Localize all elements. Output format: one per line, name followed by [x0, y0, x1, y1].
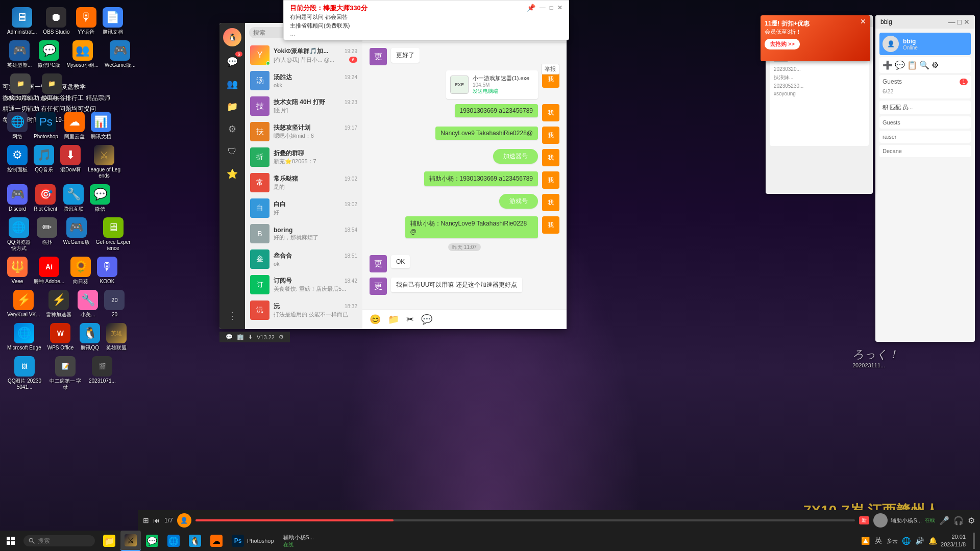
icon-qqbrowser[interactable]: 🌐 QQ浏览器快方式: [5, 215, 33, 254]
tray-network[interactable]: 🌐: [901, 536, 911, 546]
taskbar-fuzhuxiaoyang[interactable]: 辅助小杨S... 在线: [279, 531, 318, 551]
icon-verykuai[interactable]: ⚡ VeryKuai VK...: [5, 288, 42, 320]
notif-pin-icon[interactable]: 📌: [527, 4, 535, 12]
icon-yxlm[interactable]: 英雄 英雄联盟: [104, 321, 129, 353]
chat-messages-area[interactable]: 更 更好了 我 EXE: [362, 43, 567, 309]
icon-hundown[interactable]: ⬇ 混Dow啊: [58, 143, 83, 181]
icon-kook[interactable]: 🎙 KOOK: [95, 255, 119, 287]
icon-linpu[interactable]: ✏ 临扑: [35, 215, 59, 254]
icon-jiasuda[interactable]: ⚡ 雷神加速器: [44, 288, 74, 320]
rp-add-user-icon[interactable]: ➕: [883, 60, 893, 70]
icon-network[interactable]: 🌐 网络: [5, 110, 30, 142]
right-panel-close[interactable]: ✕: [964, 18, 970, 26]
qq-bottom-icon3[interactable]: ⬇: [248, 334, 253, 340]
qq-sidebar-shield[interactable]: 🛡: [223, 142, 241, 161]
icon-ctrl[interactable]: ⚙ 控制面板: [5, 143, 30, 181]
icon-ps[interactable]: Ps Photoshop: [32, 110, 60, 142]
notif-more-icon[interactable]: …: [290, 31, 562, 37]
report-btn[interactable]: 举报: [541, 64, 559, 74]
taskbar-clock[interactable]: 20:01 2023/11/8: [941, 533, 968, 549]
taskbar-lol[interactable]: ⚔: [120, 531, 141, 551]
rp-list-icon[interactable]: 📋: [907, 60, 917, 70]
icon-yy[interactable]: 🎙 YY语音: [74, 5, 99, 37]
icon-txwj2[interactable]: 📊 腾讯文档: [89, 110, 113, 142]
qq-bottom-icon1[interactable]: 💬: [226, 334, 233, 340]
contact-yuan[interactable]: 沅 沅 18:32 打法是通用的 技能不一样而已: [245, 297, 362, 323]
qq-sidebar-chat[interactable]: 💬 6: [223, 53, 241, 71]
contact-zheda[interactable]: 折 折叠的群聊 新充⭐82065：7: [245, 144, 362, 170]
icon-wegame2[interactable]: 🎮 WeGame版: [61, 215, 92, 254]
qq-sidebar-folder[interactable]: 📁: [223, 97, 241, 116]
icon-rec3[interactable]: 🎬 20231071...: [87, 354, 118, 392]
player-prev-icon[interactable]: ⏮: [153, 516, 160, 524]
icon-geforce[interactable]: 🖥 GeForce Experience: [94, 215, 133, 254]
emoji-icon[interactable]: 😊: [370, 314, 381, 325]
taskbar-file-explorer[interactable]: 📁: [99, 531, 119, 551]
file-action[interactable]: 发送电脑端: [473, 88, 534, 95]
contact-fuzi[interactable]: 扶 扶慈攻坚计划 19:17 嗯嗯小姐mid：6: [245, 119, 362, 144]
qq-settings-icon[interactable]: ⚙: [279, 334, 284, 340]
taskbar-qq[interactable]: 🐧: [185, 531, 205, 551]
icon-weixin2[interactable]: 💬 微信: [88, 182, 112, 214]
tray-keyboard[interactable]: 英: [873, 536, 884, 546]
scissors-icon[interactable]: ✂: [406, 314, 414, 325]
tray-notification[interactable]: 🔔: [927, 536, 938, 546]
icon-qqmusic[interactable]: 🎵 QQ音乐: [32, 143, 56, 181]
icon-date[interactable]: 20 20: [102, 288, 127, 320]
player-settings-icon[interactable]: ⚙: [968, 516, 975, 525]
icon-riotclient[interactable]: 🎯 Riot Client: [32, 182, 59, 214]
taskbar-search[interactable]: [23, 535, 95, 546]
qq-sidebar-more[interactable]: ⋮: [223, 307, 241, 325]
icon-erbing[interactable]: 📝 中二病第一 字母: [46, 354, 85, 392]
contact-dingyuehao[interactable]: 订 订阅号 18:42 美食餐饮: 重磅！店庆最后5...: [245, 272, 362, 297]
ad-close-btn[interactable]: ✕: [860, 17, 866, 26]
icon-veee[interactable]: 🔱 Veee: [5, 255, 30, 287]
icon-discord[interactable]: 🎮 Discord: [5, 182, 30, 214]
qq-bottom-icon2[interactable]: 🏢: [237, 334, 244, 340]
icon-txqq[interactable]: 🐧 腾讯QQ: [78, 321, 102, 353]
icon-msedge[interactable]: 🌐 Microsoft Edge: [5, 321, 43, 353]
notif-max-btn[interactable]: □: [550, 4, 553, 11]
qq-sidebar-settings[interactable]: ⚙: [223, 120, 241, 138]
contact-canzuhe[interactable]: 叁 叁合合 18:51 ok: [245, 246, 362, 272]
icon-alyun[interactable]: ☁ 阿里云盘: [62, 110, 87, 142]
icon-wechat[interactable]: 💬 微信PC版: [36, 38, 62, 70]
qq-sidebar-contacts[interactable]: 👥: [223, 75, 241, 93]
chat-bubble-icon[interactable]: 💬: [421, 314, 432, 325]
contact-changlezhuzhu[interactable]: 常 常乐哒猪 19:02 是的: [245, 170, 362, 195]
qq-sidebar-star[interactable]: ⭐: [223, 165, 241, 183]
rp-search-icon[interactable]: 🔍: [919, 60, 929, 70]
contact-tangshengda[interactable]: 汤 汤胜达 19:24 okk: [245, 68, 362, 93]
right-panel-max[interactable]: □: [958, 18, 962, 26]
icon-txwj[interactable]: 📄 腾讯文档: [101, 5, 125, 37]
file-send-icon[interactable]: 📁: [388, 314, 399, 325]
ad-banner[interactable]: ✕ 11遷! 折扣+优惠 会员低至3折！ 去抢购 >>: [761, 15, 870, 61]
right-panel-min[interactable]: —: [948, 18, 955, 26]
contact-baibai[interactable]: 白 白白 19:02 好: [245, 195, 362, 221]
contact-yoki[interactable]: Y Yoki⊙派单群🎵加... 19:29 [有人@我] 昔日小... @...…: [245, 42, 362, 68]
start-button[interactable]: [0, 531, 21, 551]
notif-close-btn[interactable]: ✕: [557, 4, 562, 11]
player-headset-icon[interactable]: 🎧: [953, 516, 964, 525]
ad-btn[interactable]: 去抢购 >>: [765, 39, 800, 49]
icon-yxbx[interactable]: 🎮 英雄型塑...: [5, 38, 34, 70]
tray-extra1[interactable]: 🔼: [860, 536, 870, 546]
qq-avatar[interactable]: 🐧: [223, 28, 241, 46]
icon-obs[interactable]: ⏺ OBS Studio: [41, 5, 71, 37]
player-grid-icon[interactable]: ⊞: [143, 516, 149, 524]
taskbar-photoshop[interactable]: Ps Photoshop: [228, 531, 278, 551]
notif-minimize-btn[interactable]: —: [540, 4, 546, 11]
taskbar-edge[interactable]: 🌐: [163, 531, 184, 551]
icon-adobe[interactable]: Ai 腾神 Adobe...: [32, 255, 66, 287]
icon-qqpic[interactable]: 🖼 QQ图片 202305041...: [5, 354, 44, 392]
icon-xiaomei[interactable]: 🔧 小美...: [76, 288, 100, 320]
rp-settings-icon[interactable]: ⚙: [932, 60, 939, 70]
icon-rijishu[interactable]: 🌻 向日葵: [68, 255, 93, 287]
icon-rec1[interactable]: 📁 20230718...: [5, 71, 36, 104]
icon-mysoso[interactable]: 👥 Mysoso小组...: [64, 38, 101, 70]
tray-volume[interactable]: 🔊: [914, 536, 924, 546]
icon-wps[interactable]: W WPS Office: [45, 321, 76, 353]
qq-contact-scroll[interactable]: Y Yoki⊙派单群🎵加... 19:29 [有人@我] 昔日小... @...…: [245, 42, 362, 329]
icon-rec2[interactable]: 📁 迅AD-不...: [38, 71, 66, 104]
player-progress[interactable]: [195, 519, 855, 521]
